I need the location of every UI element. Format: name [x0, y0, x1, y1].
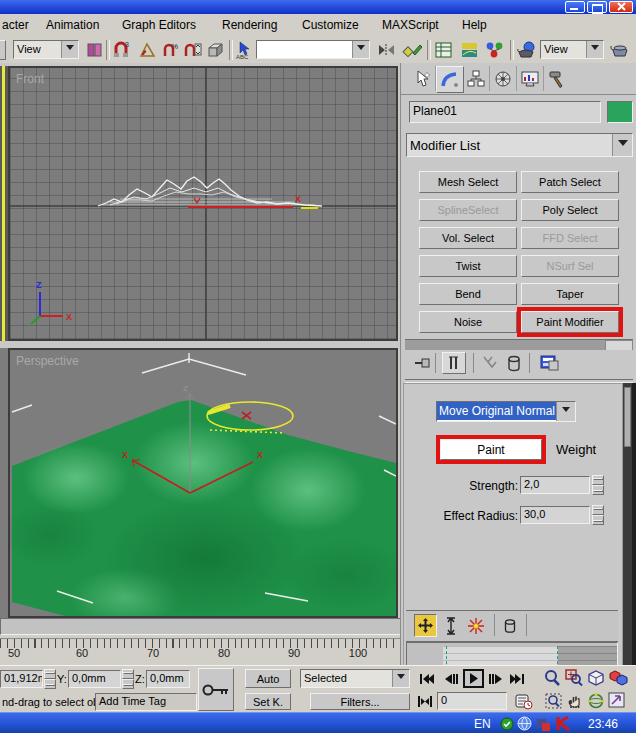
viewport-splitter[interactable] — [0, 341, 400, 348]
tab-create[interactable] — [409, 66, 436, 91]
poly-select-button[interactable]: Poly Select — [521, 199, 619, 221]
scale-tool-icon[interactable] — [442, 615, 460, 637]
strength-field[interactable]: 2,0 — [520, 476, 590, 494]
add-time-tag[interactable]: Add Time Tag — [95, 693, 197, 711]
kaspersky-tray-icon[interactable] — [555, 715, 572, 733]
menu-animation[interactable]: Animation — [46, 18, 99, 32]
modifier-list-dropdown[interactable]: Modifier List — [406, 133, 633, 157]
perspective-viewport[interactable]: Z X X Perspective — [8, 348, 398, 618]
time-ruler[interactable]: 50 60 70 80 90 100 — [0, 635, 401, 665]
stack-scrollbar-thumb[interactable] — [605, 340, 633, 350]
tab-modify[interactable] — [436, 66, 464, 93]
angle-snap-icon[interactable] — [137, 40, 158, 60]
paint-mode-dropdown[interactable]: Move Original Normal — [436, 401, 576, 422]
configure-modifier-sets-icon[interactable] — [539, 354, 559, 374]
language-indicator[interactable]: EN — [474, 717, 491, 731]
use-pivot-center-icon[interactable] — [84, 40, 105, 60]
dropdown-arrow-icon[interactable] — [586, 41, 603, 58]
z-coordinate-field[interactable]: 0,0mm — [146, 670, 190, 688]
dropdown-arrow-icon[interactable] — [556, 402, 575, 421]
y-spinner[interactable] — [122, 669, 134, 689]
paint-button[interactable]: Paint — [440, 439, 542, 460]
paint-modifier-button[interactable]: Paint Modifier — [521, 311, 619, 333]
modifier-stack-list[interactable] — [405, 339, 633, 350]
time-configuration-button[interactable] — [515, 693, 533, 712]
track-bar[interactable] — [0, 618, 401, 635]
select-by-name-icon[interactable]: ABC — [234, 40, 253, 60]
go-to-start-button[interactable] — [418, 671, 436, 687]
object-name-field[interactable]: Plane01 — [409, 101, 601, 123]
move-tool-button[interactable] — [414, 614, 437, 637]
spinner-snap-icon[interactable] — [182, 40, 203, 60]
reference-coordinate-dropdown[interactable]: View — [13, 40, 79, 59]
zoom-all-button[interactable] — [565, 669, 583, 689]
percent-snap-icon[interactable]: % — [160, 40, 181, 60]
min-max-toggle-button[interactable] — [608, 692, 626, 711]
dropdown-arrow-icon[interactable] — [612, 134, 632, 156]
region-zoom-button[interactable] — [545, 693, 563, 712]
close-button[interactable] — [609, 1, 633, 13]
zoom-extents-all-button[interactable] — [609, 669, 629, 689]
maximize-button[interactable] — [587, 1, 607, 13]
dropdown-arrow-icon[interactable] — [61, 41, 78, 58]
make-unique-icon[interactable] — [481, 355, 499, 373]
current-frame-field[interactable]: 0 — [437, 692, 507, 710]
go-to-end-button[interactable] — [508, 671, 526, 687]
spark-tool-icon[interactable] — [464, 614, 488, 638]
named-selection-dropdown[interactable] — [256, 40, 370, 59]
strength-spinner[interactable] — [592, 475, 604, 495]
dropdown-arrow-icon[interactable] — [392, 670, 409, 687]
snap-toggle-3d-icon[interactable]: 3 — [111, 40, 132, 60]
next-frame-button[interactable] — [487, 671, 505, 687]
filters-button[interactable]: Filters... — [310, 693, 410, 710]
key-mode-toggle-button[interactable] — [417, 694, 433, 709]
menu-graph-editors[interactable]: Graph Editors — [122, 18, 196, 32]
front-viewport[interactable]: X Z X Front — [8, 66, 398, 341]
zoom-extents-button[interactable] — [587, 669, 605, 689]
eraser-tool-icon[interactable] — [500, 614, 520, 638]
minimize-button[interactable] — [565, 1, 585, 13]
pan-button[interactable] — [566, 692, 584, 712]
patch-select-button[interactable]: Patch Select — [521, 171, 619, 193]
layer-manager-icon[interactable] — [433, 40, 454, 60]
named-selection-sets-icon[interactable] — [205, 40, 226, 60]
noise-button[interactable]: Noise — [419, 311, 517, 333]
panel-scrollbar-thumb[interactable] — [624, 387, 631, 447]
y-coordinate-field[interactable]: 0,0mm — [68, 670, 121, 688]
menu-rendering[interactable]: Rendering — [222, 18, 277, 32]
tab-hierarchy[interactable] — [463, 66, 490, 91]
lock-selection-button[interactable] — [198, 668, 234, 711]
selection-filter-dropdown[interactable]: Selected — [300, 669, 410, 688]
x-spinner[interactable] — [44, 669, 56, 689]
zoom-button[interactable] — [543, 669, 561, 689]
tab-utilities[interactable] — [544, 66, 570, 91]
quick-render-icon[interactable] — [608, 40, 632, 60]
vol-select-button[interactable]: Vol. Select — [419, 227, 517, 249]
mesh-select-button[interactable]: Mesh Select — [419, 171, 517, 193]
panel-scrollbar[interactable] — [623, 383, 632, 665]
curve-editor-icon[interactable] — [459, 40, 480, 60]
taper-button[interactable]: Taper — [521, 283, 619, 305]
auto-key-button[interactable]: Auto — [245, 669, 291, 688]
tray-shield-icon[interactable] — [500, 717, 514, 733]
tray-globe-icon[interactable] — [517, 716, 532, 733]
bend-button[interactable]: Bend — [419, 283, 517, 305]
menu-character[interactable]: acter — [2, 18, 29, 32]
menu-customize[interactable]: Customize — [302, 18, 359, 32]
menu-maxscript[interactable]: MAXScript — [382, 18, 439, 32]
schematic-view-icon[interactable] — [484, 40, 505, 60]
render-type-dropdown[interactable]: View — [540, 40, 604, 59]
set-key-button[interactable]: Set K. — [245, 693, 291, 710]
arc-rotate-button[interactable] — [587, 692, 605, 712]
render-scene-icon[interactable] — [516, 40, 537, 60]
play-button[interactable] — [463, 669, 484, 688]
remove-modifier-icon[interactable] — [505, 353, 523, 375]
show-end-result-button[interactable] — [442, 352, 466, 374]
tray-app-icon[interactable] — [537, 717, 551, 733]
tab-motion[interactable] — [490, 66, 517, 91]
effect-radius-spinner[interactable] — [592, 505, 604, 525]
align-icon[interactable] — [402, 40, 423, 60]
twist-button[interactable]: Twist — [419, 255, 517, 277]
tab-display[interactable] — [517, 66, 544, 91]
effect-radius-field[interactable]: 30,0 — [520, 506, 590, 524]
